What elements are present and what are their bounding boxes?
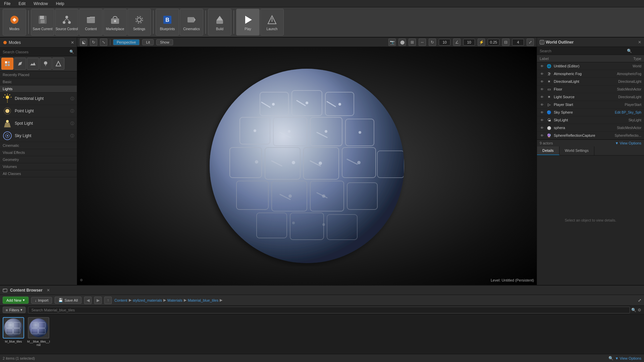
content-browser-close-button[interactable]: ✕ — [47, 288, 50, 293]
outliner-item-atmospheric-fog[interactable]: 👁 🌫 Atmospheric Fog AtmosphericFog — [537, 70, 644, 78]
category-geometry[interactable]: Geometry — [0, 156, 77, 163]
modes-button[interactable]: Modes — [3, 9, 26, 36]
outliner-item-sky-light[interactable]: 👁 🌤 SkyLight SkyLight — [537, 116, 644, 124]
visibility-icon[interactable]: 👁 — [540, 79, 544, 84]
content-item-m-blue-tiles[interactable]: M_blue_tiles — [3, 317, 24, 343]
menu-window[interactable]: Window — [32, 1, 49, 6]
camera-speed-input[interactable] — [488, 39, 499, 46]
geometry-mode-button[interactable] — [52, 58, 64, 70]
settings-button[interactable]: Settings — [127, 9, 151, 36]
visibility-icon[interactable]: 👁 — [540, 125, 544, 130]
svg-rect-29 — [45, 64, 46, 66]
build-button[interactable]: Build — [208, 9, 231, 36]
perspective-button[interactable]: Perspective — [113, 39, 140, 45]
add-new-button[interactable]: Add New ▾ — [3, 297, 29, 304]
visibility-icon[interactable]: 👁 — [540, 95, 544, 99]
outliner-item-player-start[interactable]: 👁 ▷ Player Start PlayerStart — [537, 101, 644, 109]
paint-mode-button[interactable] — [14, 58, 26, 70]
snap-translate-icon[interactable]: ↔ — [419, 39, 426, 46]
visibility-icon[interactable]: 👁 — [540, 64, 544, 68]
outliner-view-options-button[interactable]: ▼ View Options — [615, 141, 641, 145]
outliner-close-button[interactable]: ✕ — [638, 40, 641, 45]
expand-content-browser-button[interactable]: ⤢ — [638, 298, 641, 303]
visibility-icon[interactable]: 👁 — [540, 102, 544, 107]
show-button[interactable]: Show — [156, 39, 173, 45]
launch-button[interactable]: Launch — [260, 9, 284, 36]
source-control-button[interactable]: Source Control — [55, 9, 78, 36]
sphere-icon[interactable]: ⬤ — [398, 39, 406, 46]
outliner-item-directional-light[interactable]: 👁 ☀ DirectionalLight DirectionalLight — [537, 78, 644, 85]
visibility-icon[interactable]: 👁 — [540, 133, 544, 138]
visibility-icon[interactable]: 👁 — [540, 87, 544, 92]
breadcrumb-materials[interactable]: Materials — [167, 298, 182, 302]
content-item-m-blue-tiles-inst[interactable]: M__blue_tiles__Inst — [27, 317, 50, 347]
place-point-light[interactable]: Point Light ⓘ — [0, 105, 77, 117]
outliner-item-floor[interactable]: 👁 ▭ Floor StaticMeshActor — [537, 85, 644, 93]
category-all-classes[interactable]: All Classes — [0, 170, 77, 177]
category-basic[interactable]: Basic — [0, 78, 77, 85]
search-classes-input[interactable] — [3, 50, 66, 54]
outliner-search-input[interactable] — [540, 49, 627, 53]
menu-help[interactable]: Help — [55, 1, 66, 6]
visibility-icon[interactable]: 👁 — [540, 71, 544, 76]
breadcrumb-stylized[interactable]: stylized_materials — [133, 298, 162, 302]
grid-icon[interactable]: ⊞ — [409, 39, 416, 46]
content-filter-options-icon[interactable]: ⚙ — [638, 308, 641, 312]
outliner-item-world[interactable]: 👁 🌐 Untitled (Editor) World — [537, 62, 644, 70]
nav-forward-button[interactable]: ▶ — [94, 297, 102, 304]
filters-button[interactable]: ≡ Filters ▾ — [3, 307, 25, 313]
marketplace-button[interactable]: Marketplace — [103, 9, 127, 36]
category-lights[interactable]: Lights — [0, 85, 77, 93]
split-view-icon[interactable]: ⊟ — [502, 39, 509, 46]
placement-mode-button[interactable] — [1, 58, 13, 70]
outliner-item-light-source[interactable]: 👁 ☀ Light Source DirectionalLight — [537, 93, 644, 101]
nav-back-button[interactable]: ◀ — [84, 297, 92, 304]
breadcrumb-content[interactable]: Content — [114, 298, 127, 302]
content-search-input[interactable] — [28, 307, 630, 313]
place-directional-light[interactable]: Directional Light ⓘ — [0, 93, 77, 105]
translate-gizmo-button[interactable]: ⬕ — [80, 39, 87, 46]
cinematics-button[interactable]: Cinematics — [180, 9, 203, 36]
menu-file[interactable]: File — [3, 1, 12, 6]
place-sky-light[interactable]: Sky Light ⓘ — [0, 130, 77, 142]
breadcrumb-material-blue-tiles[interactable]: Material_blue_tiles — [188, 298, 219, 302]
content-button[interactable]: Content — [79, 9, 103, 36]
modes-close-button[interactable]: ✕ — [71, 40, 74, 45]
outliner-item-type-link[interactable]: Edit BP_Sky_Sph — [599, 111, 642, 114]
world-settings-tab[interactable]: World Settings — [559, 146, 594, 155]
outliner-item-sphera[interactable]: 👁 ⬤ sphera StaticMeshActor — [537, 124, 644, 132]
visibility-icon[interactable]: 👁 — [540, 110, 544, 115]
maximize-icon[interactable]: ⤢ — [527, 39, 534, 46]
play-button[interactable]: Play — [236, 9, 260, 36]
category-recently-placed[interactable]: Recently Placed — [0, 71, 77, 78]
category-cinematic[interactable]: Cinematic — [0, 142, 77, 149]
angle-icon[interactable]: ∠ — [453, 39, 461, 46]
menu-edit[interactable]: Edit — [17, 1, 27, 6]
snap-rotate-icon[interactable]: ↻ — [429, 39, 436, 46]
details-tab[interactable]: Details — [537, 146, 559, 155]
foliage-mode-button[interactable] — [40, 58, 52, 70]
speed-icon[interactable]: ⚡ — [478, 39, 485, 46]
landscape-mode-button[interactable] — [27, 58, 39, 70]
save-current-button[interactable]: Save Current — [31, 9, 54, 36]
content-search-icon[interactable]: 🔍 — [631, 308, 636, 312]
visibility-icon[interactable]: 👁 — [540, 118, 544, 122]
nav-up-button[interactable]: ↑ — [104, 297, 112, 304]
lit-button[interactable]: Lit — [142, 39, 154, 45]
viewport[interactable]: ⊕ Level: Untitled (Persistent) — [77, 47, 537, 285]
outliner-item-sky-sphere[interactable]: 👁 🔵 Sky Sphere Edit BP_Sky_Sph — [537, 109, 644, 116]
import-button[interactable]: ↓ Import — [31, 297, 52, 304]
scale-gizmo-button[interactable]: ⤡ — [100, 39, 107, 46]
rotate-gizmo-button[interactable]: ↻ — [90, 39, 97, 46]
split-value-input[interactable] — [512, 39, 524, 46]
category-visual-effects[interactable]: Visual Effects — [0, 149, 77, 156]
snap-angle-input[interactable] — [463, 39, 475, 46]
save-all-button[interactable]: 💾 Save All — [55, 297, 82, 304]
category-volumes[interactable]: Volumes — [0, 163, 77, 170]
outliner-item-sphere-reflection[interactable]: 👁 🔮 SphereReflectionCapture SphereReflec… — [537, 132, 644, 139]
content-view-options-button[interactable]: ▼ View Options — [615, 356, 641, 360]
camera-icon[interactable]: 📷 — [388, 39, 396, 46]
blueprints-button[interactable]: B Blueprints — [156, 9, 179, 36]
grid-size-input[interactable] — [439, 39, 450, 46]
place-spot-light[interactable]: Spot Light ⓘ — [0, 117, 77, 130]
